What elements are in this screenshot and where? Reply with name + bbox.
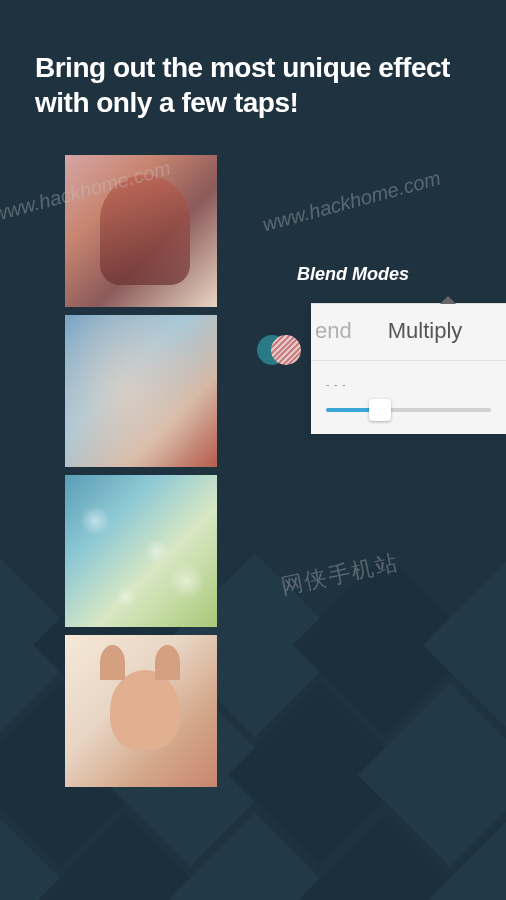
callout-label: Blend Modes <box>297 264 506 285</box>
tab-blend-partial[interactable]: end <box>311 318 370 344</box>
headline: Bring out the most unique effect with on… <box>35 50 486 120</box>
thumbnail-silhouette[interactable] <box>65 155 217 307</box>
blend-modes-callout: Blend Modes end Multiply - - - <box>257 264 506 434</box>
thumbnail-list <box>65 155 217 787</box>
slider-ticks: - - - <box>326 379 491 390</box>
slider-thumb[interactable] <box>369 399 391 421</box>
blend-overlap-icon <box>257 335 301 365</box>
thumbnail-portrait[interactable] <box>65 315 217 467</box>
thumbnail-cat[interactable] <box>65 635 217 787</box>
slider-area: - - - <box>311 361 506 434</box>
blend-mode-tabs: end Multiply <box>311 304 506 361</box>
thumbnail-birds[interactable] <box>65 475 217 627</box>
blend-mode-panel: end Multiply - - - <box>311 303 506 434</box>
watermark-url: www.hackhome.com <box>260 167 443 237</box>
panel-pointer-icon <box>440 296 456 304</box>
tab-multiply[interactable]: Multiply <box>370 318 481 344</box>
headline-line1: Bring out the most unique effect <box>35 52 450 83</box>
intensity-slider[interactable] <box>326 408 491 412</box>
headline-line2: with only a few taps! <box>35 87 298 118</box>
